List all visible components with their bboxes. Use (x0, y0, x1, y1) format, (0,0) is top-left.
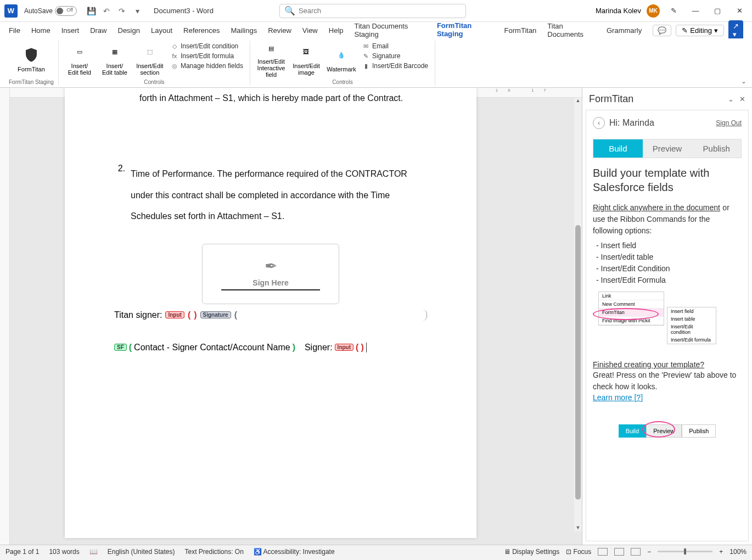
manage-hidden-fields-button[interactable]: ◎Manage hidden fields (169, 61, 245, 70)
scroll-thumb[interactable] (575, 225, 581, 500)
web-layout-icon[interactable] (631, 548, 641, 556)
list-paragraph: Time of Performance. The performance req… (131, 164, 427, 227)
paren-open: ( (234, 310, 237, 320)
input-tag[interactable]: Input (335, 344, 353, 351)
ink-icon[interactable]: ✎ (665, 3, 682, 19)
shield-icon (23, 46, 40, 64)
sign-here-label: Sign Here (252, 278, 288, 287)
panel-tab-build[interactable]: Build (593, 139, 643, 158)
email-button[interactable]: ✉Email (360, 42, 430, 51)
bottom-preview-button[interactable]: Preview (646, 424, 682, 438)
titan-signer-label: Titan signer: (114, 310, 162, 320)
read-mode-icon[interactable] (598, 548, 608, 556)
group-label: Controls (332, 79, 352, 85)
maximize-icon[interactable]: ▢ (709, 3, 726, 19)
zoom-slider[interactable] (658, 551, 712, 552)
tab-insert[interactable]: Insert (61, 24, 80, 37)
comments-button[interactable]: 💬 (653, 25, 671, 36)
input-tag[interactable]: Input (165, 311, 184, 318)
word-count[interactable]: 103 words (49, 548, 79, 556)
formtitan-button[interactable]: FormTitan (15, 41, 48, 78)
tab-grammarly[interactable]: Grammarly (607, 24, 642, 37)
focus-mode[interactable]: ⊡ Focus (566, 548, 591, 556)
zoom-out-icon[interactable]: − (647, 548, 651, 556)
panel-heading: Build your template with Salesforce fiel… (593, 166, 742, 194)
insert-edit-barcode-button[interactable]: ▮Insert/Edit Barcode (360, 61, 430, 70)
signout-link[interactable]: Sign Out (716, 119, 742, 127)
paragraph-fragment: forth in Attachment – S1, which is hereb… (114, 88, 427, 109)
image-icon: 🖼 (298, 43, 315, 60)
tab-formtitan-staging[interactable]: FormTitan Staging (437, 19, 493, 41)
tab-layout[interactable]: Layout (151, 24, 172, 37)
spellcheck-icon[interactable]: 📖 (89, 548, 98, 556)
panel-tab-publish[interactable]: Publish (692, 139, 741, 158)
qat-customize-icon[interactable]: ▾ (132, 5, 143, 16)
zoom-level[interactable]: 100% (729, 548, 747, 556)
avatar[interactable]: MK (647, 4, 660, 18)
scroll-down-icon[interactable]: ▼ (575, 525, 581, 531)
pen-icon: ✒ (265, 257, 277, 275)
tab-mailings[interactable]: Mailings (231, 24, 257, 37)
panel-tab-preview[interactable]: Preview (643, 139, 692, 158)
insert-edit-condition-button[interactable]: ◇Insert/Edit condition (169, 42, 245, 51)
page-indicator[interactable]: Page 1 of 1 (5, 548, 39, 556)
word-icon: W (4, 4, 18, 18)
paren-open: ( (356, 343, 358, 352)
tab-draw[interactable]: Draw (90, 24, 106, 37)
insert-edit-field-button[interactable]: ▭Insert/ Edit field (63, 41, 96, 78)
tab-help[interactable]: Help (329, 24, 344, 37)
signature-icon: ✎ (362, 52, 370, 60)
autosave-label: AutoSave (24, 7, 53, 15)
close-icon[interactable]: ✕ (731, 3, 748, 19)
redo-icon[interactable]: ↷ (116, 5, 127, 16)
learn-more-link[interactable]: Learn more [?] (593, 393, 643, 402)
vertical-scrollbar[interactable]: ▲ ▼ (574, 98, 582, 531)
tab-file[interactable]: File (9, 24, 20, 37)
signature-placeholder[interactable]: ✒ Sign Here (202, 244, 339, 304)
paren-close: ) (293, 343, 295, 352)
save-icon[interactable]: 💾 (86, 5, 97, 16)
tab-view[interactable]: View (302, 24, 318, 37)
collapse-ribbon-icon[interactable]: ⌄ (741, 77, 747, 85)
signature-field[interactable] (242, 310, 427, 321)
zoom-in-icon[interactable]: + (719, 548, 723, 556)
search-input[interactable] (299, 7, 461, 15)
undo-icon[interactable]: ↶ (101, 5, 112, 16)
insert-edit-formula-button[interactable]: fxInsert/Edit formula (169, 52, 245, 60)
insert-edit-image-button[interactable]: 🖼Insert/Edit image (290, 41, 323, 78)
minimize-icon[interactable]: — (687, 3, 704, 19)
sf-tag[interactable]: SF (114, 344, 127, 351)
print-layout-icon[interactable] (614, 548, 624, 556)
signer-label: Signer: (305, 343, 333, 352)
panel-dropdown-icon[interactable]: ⌄ (728, 95, 734, 103)
bottom-build-button[interactable]: Build (619, 424, 646, 438)
tab-design[interactable]: Design (118, 24, 140, 37)
finished-text: Great! Press on the 'Preview' tab above … (593, 371, 736, 391)
tab-references[interactable]: References (183, 24, 220, 37)
watermark-button[interactable]: 💧Watermark (325, 41, 358, 78)
document-page[interactable]: forth in Attachment – S1, which is hereb… (65, 88, 476, 538)
display-settings[interactable]: 🖥 Display Settings (504, 548, 559, 556)
autosave-toggle[interactable]: Off (55, 6, 77, 16)
tab-formtitan[interactable]: FormTitan (504, 24, 537, 37)
tab-home[interactable]: Home (31, 24, 50, 37)
bottom-publish-button[interactable]: Publish (682, 424, 716, 438)
insert-edit-interactive-field-button[interactable]: ▤Insert/Edit Interactive field (255, 41, 288, 78)
text-predictions[interactable]: Text Predictions: On (185, 548, 244, 556)
tab-titan-docs[interactable]: Titan Documents (547, 20, 596, 41)
tab-titan-docs-staging[interactable]: Titan Documents Staging (355, 20, 426, 41)
share-button[interactable]: ↗ ▾ (728, 20, 743, 40)
search-box[interactable]: 🔍 (279, 4, 466, 18)
section-icon: ⬚ (141, 43, 159, 60)
insert-edit-section-button[interactable]: ⬚Insert/Edit section (133, 41, 166, 78)
accessibility-status[interactable]: ♿ Accessibility: Investigate (254, 548, 335, 556)
editing-mode-button[interactable]: ✎ Editing ▾ (676, 25, 724, 36)
scroll-up-icon[interactable]: ▲ (575, 98, 581, 104)
insert-edit-table-button[interactable]: ▦Insert/ Edit table (98, 41, 131, 78)
back-icon[interactable]: ‹ (593, 117, 605, 129)
signature-tag[interactable]: Signature (200, 311, 231, 318)
signature-button[interactable]: ✎Signature (360, 52, 430, 60)
panel-close-icon[interactable]: ✕ (739, 95, 745, 103)
tab-review[interactable]: Review (268, 24, 291, 37)
language-indicator[interactable]: English (United States) (108, 548, 175, 556)
